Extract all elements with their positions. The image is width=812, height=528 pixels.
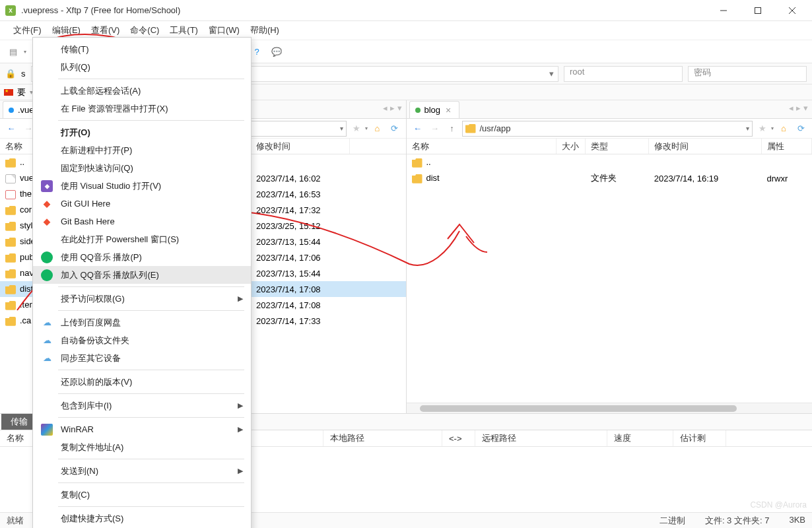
- git-icon: ◆: [41, 216, 53, 228]
- bookmark-icon[interactable]: ★: [755, 121, 770, 136]
- ctx-item[interactable]: 上载全部远程会话(A): [33, 82, 251, 100]
- ctx-item[interactable]: 在 File 资源管理器中打开(X): [33, 100, 251, 117]
- tab-next-icon[interactable]: ▸: [796, 103, 801, 113]
- password-field[interactable]: 密码: [688, 66, 807, 82]
- file-row[interactable]: ..: [407, 154, 813, 170]
- remote-pane: blog × ◂▸▾ ← → ↑ /usr/app ▾ ★▾ ⌂ ⟳ 名称 大小…: [407, 100, 813, 413]
- submenu-arrow-icon: ▶: [238, 401, 243, 410]
- remote-navbar: ← → ↑ /usr/app ▾ ★▾ ⌂ ⟳: [407, 119, 813, 139]
- col-size[interactable]: 大小: [557, 139, 586, 154]
- folder-icon: [412, 158, 423, 168]
- tab-prev-icon[interactable]: ◂: [789, 103, 794, 113]
- window-title: .vuepress - Xftp 7 (Free for Home/School…: [21, 5, 714, 15]
- ctx-item[interactable]: 授予访问权限(G)▶: [33, 290, 251, 308]
- bookmark-icon[interactable]: ★: [349, 121, 364, 136]
- folder-icon: [5, 317, 16, 326]
- wr-icon: [41, 424, 53, 436]
- ctx-item[interactable]: 包含到库中(I)▶: [33, 397, 251, 414]
- ctx-item[interactable]: 复制文件地址(A): [33, 438, 251, 456]
- file-row[interactable]: dist文件夹2023/7/14, 16:19drwxr: [407, 170, 813, 186]
- folder-icon: [5, 222, 16, 231]
- tab-prev-icon[interactable]: ◂: [383, 103, 388, 113]
- ctx-item[interactable]: WinRAR▶: [33, 420, 251, 438]
- doc-icon: [5, 174, 16, 183]
- ctx-item[interactable]: 队列(Q): [33, 58, 251, 76]
- remote-header: 名称 大小 类型 修改时间 属性: [407, 139, 813, 154]
- col-type[interactable]: 类型: [586, 139, 648, 154]
- qq-icon: [41, 251, 53, 263]
- cloud-icon: ☁: [41, 352, 53, 364]
- minimize-button[interactable]: [714, 4, 733, 17]
- ctx-item[interactable]: 在新进程中打开(P): [33, 141, 251, 159]
- ctx-item[interactable]: 在此处打开 Powershell 窗口(S): [33, 230, 251, 248]
- app-icon: x: [5, 5, 16, 16]
- vs-icon: ◆: [41, 180, 53, 192]
- tab-remote[interactable]: blog ×: [409, 101, 460, 118]
- xml-icon: [5, 190, 16, 199]
- folder-icon: [465, 124, 476, 133]
- back-button[interactable]: ←: [411, 121, 425, 136]
- folder-icon: [412, 174, 423, 183]
- refresh-icon[interactable]: ⟳: [388, 121, 402, 136]
- col-time[interactable]: 修改时间: [649, 139, 762, 154]
- ctx-item[interactable]: 创建快捷方式(S): [33, 510, 251, 527]
- status-mode: 二进制: [660, 515, 685, 527]
- ctx-item[interactable]: 复制(C): [33, 486, 251, 504]
- remote-path-box[interactable]: /usr/app ▾: [462, 121, 753, 137]
- ctx-item[interactable]: 还原以前的版本(V): [33, 373, 251, 391]
- ctx-item[interactable]: 使用 QQ音乐 播放(P): [33, 248, 251, 266]
- transfer-col[interactable]: 速度: [607, 430, 673, 446]
- session-label: s: [21, 69, 26, 79]
- comment-icon[interactable]: 💬: [269, 44, 285, 59]
- ctx-item[interactable]: Git Bash Here◆: [33, 213, 251, 230]
- tab-next-icon[interactable]: ▸: [390, 103, 395, 113]
- ctx-item[interactable]: 上传到百度网盘☁: [33, 314, 251, 331]
- folder-icon: [5, 253, 16, 263]
- home-icon[interactable]: ⌂: [370, 121, 385, 136]
- status-ready: 就绪: [7, 515, 24, 527]
- maximize-button[interactable]: [749, 4, 767, 17]
- ctx-item[interactable]: 自动备份该文件夹☁: [33, 331, 251, 349]
- col-time[interactable]: 修改时间: [251, 139, 350, 154]
- ctx-item[interactable]: 发送到(N)▶: [33, 462, 251, 480]
- folder-icon: [5, 285, 16, 294]
- context-menu: 传输(T)队列(Q)上载全部远程会话(A)在 File 资源管理器中打开(X)打…: [32, 37, 252, 528]
- transfer-tab[interactable]: 传输: [1, 414, 37, 430]
- submenu-arrow-icon: ▶: [238, 467, 243, 475]
- watermark: CSDN @Aurora: [750, 500, 807, 510]
- ctx-item[interactable]: 使用 Visual Studio 打开(V)◆: [33, 177, 251, 195]
- back-button[interactable]: ←: [4, 121, 18, 136]
- tab-remote-label: blog: [424, 105, 441, 115]
- ctx-item[interactable]: 固定到快速访问(Q): [33, 159, 251, 177]
- transfer-col[interactable]: 远程路径: [475, 430, 607, 446]
- user-field[interactable]: root: [564, 66, 683, 82]
- folder-icon: [5, 206, 16, 215]
- scrollbar[interactable]: [407, 403, 813, 413]
- forward-button[interactable]: →: [428, 121, 442, 136]
- transfer-col[interactable]: 估计剩: [673, 430, 726, 446]
- col-attr[interactable]: 属性: [762, 139, 812, 154]
- remote-filelist[interactable]: ..dist文件夹2023/7/14, 16:19drwxr: [407, 154, 813, 403]
- qq-icon: [41, 269, 53, 281]
- close-button[interactable]: [783, 4, 801, 17]
- refresh-icon[interactable]: ⟳: [794, 121, 808, 136]
- ctx-item[interactable]: 传输(T): [33, 40, 251, 58]
- tag-label: 要: [17, 86, 26, 98]
- folder-icon: [5, 301, 16, 310]
- transfer-col[interactable]: <->: [442, 430, 475, 446]
- home-icon[interactable]: ⌂: [776, 121, 791, 136]
- submenu-arrow-icon: ▶: [238, 425, 243, 434]
- transfer-col[interactable]: 本地路径: [323, 430, 442, 446]
- col-name[interactable]: 名称: [407, 139, 557, 154]
- git-icon: ◆: [41, 198, 53, 210]
- up-button[interactable]: ↑: [445, 121, 459, 136]
- ctx-item[interactable]: 打开(O): [33, 123, 251, 141]
- tab-close-icon[interactable]: ×: [444, 105, 452, 116]
- ctx-item[interactable]: 同步至其它设备☁: [33, 349, 251, 367]
- folder-icon: [5, 158, 16, 168]
- new-session-icon[interactable]: ▤: [5, 44, 21, 59]
- ctx-item[interactable]: 加入 QQ音乐 播放队列(E): [33, 266, 251, 284]
- folder-icon: [5, 238, 16, 247]
- ctx-item[interactable]: Git GUI Here◆: [33, 195, 251, 213]
- cloud-icon: ☁: [41, 317, 53, 329]
